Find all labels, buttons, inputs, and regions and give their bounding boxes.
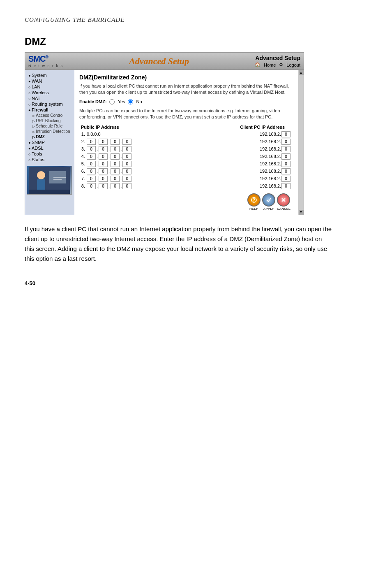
scroll-down[interactable]: ▼ (299, 210, 304, 215)
radio-no[interactable] (128, 99, 133, 104)
sidebar-item-wireless[interactable]: Wireless (27, 90, 73, 95)
apply-icon (265, 197, 272, 203)
client-ip-last-4[interactable] (281, 153, 291, 160)
table-row: 7. . . . 192.168.2. (79, 176, 299, 182)
sidebar-item-firewall[interactable]: Firewall (27, 107, 73, 113)
sidebar-item-wan[interactable]: WAN (27, 78, 73, 84)
public-ip-2-oct2[interactable] (99, 139, 108, 145)
client-ip-last-3[interactable] (281, 146, 291, 152)
client-ip-last-2[interactable] (281, 139, 291, 145)
header-right: Advanced Setup 🏠 Home ⚙ Logout (255, 55, 300, 67)
enable-dmz-label: Enable DMZ: (79, 99, 107, 104)
public-ip-6-oct1[interactable] (87, 168, 96, 174)
public-ip-4-oct1[interactable] (87, 153, 96, 160)
sidebar-illustration (29, 167, 70, 194)
page-footer: 4-50 (25, 280, 367, 286)
sidebar-item-tools[interactable]: Tools (27, 151, 73, 157)
public-ip-2-oct1[interactable] (87, 139, 96, 145)
home-link[interactable]: Home (264, 63, 276, 67)
enable-dmz-row: Enable DMZ: Yes No (79, 99, 299, 104)
help-label: HELP (249, 207, 258, 211)
public-ip-4-oct4[interactable] (122, 153, 131, 160)
sidebar-item-snmp[interactable]: SNMP (27, 139, 73, 145)
settings-icon: ⚙ (279, 62, 283, 67)
dmz-section-title: DMZ(Demilitarized Zone) (79, 74, 299, 81)
table-row: 4. . . . 192.168.2. (79, 153, 299, 160)
header-nav: 🏠 Home ⚙ Logout (255, 62, 300, 67)
public-ip-5-oct1[interactable] (87, 161, 96, 167)
sidebar-item-system[interactable]: System (27, 72, 73, 78)
sidebar-sub-url-blocking[interactable]: URL Blocking (32, 118, 73, 123)
public-ip-8-oct1[interactable] (87, 183, 96, 189)
sidebar-sub-access-control[interactable]: Access Control (32, 113, 73, 118)
header-title: Advanced Setup (255, 55, 300, 61)
sidebar-image (27, 166, 72, 195)
logout-link[interactable]: Logout (286, 63, 300, 67)
ip-table-header: Public IP Address Client PC IP Address (79, 125, 299, 130)
public-ip-7-oct4[interactable] (122, 176, 131, 182)
table-row: 3. . . . 192.168.2. (79, 146, 299, 152)
scroll-up[interactable]: ▲ (299, 70, 304, 75)
svg-text:?: ? (253, 198, 255, 202)
router-body: System WAN LAN Wireless NAT Routing syst… (25, 70, 304, 215)
col-client-header: Client PC IP Address (183, 125, 297, 130)
sidebar-item-lan[interactable]: LAN (27, 84, 73, 90)
home-icon: 🏠 (255, 62, 261, 67)
brand-name: SMC® (28, 54, 48, 64)
client-ip-last-8[interactable] (281, 183, 291, 189)
public-ip-6-oct2[interactable] (99, 168, 108, 174)
page-header: Configuring the Barricade (25, 16, 367, 23)
public-ip-3-oct4[interactable] (122, 146, 131, 152)
networks-label: N e t w o r k s (28, 64, 63, 68)
public-ip-8-oct3[interactable] (111, 183, 120, 189)
radio-yes[interactable] (109, 99, 115, 104)
sidebar-sub-intrusion[interactable]: Intrusion Detection (32, 129, 73, 134)
table-row: 5. . . . 192.168.2. (79, 161, 299, 167)
sidebar-item-nat[interactable]: NAT (27, 95, 73, 101)
router-ui-box: SMC® N e t w o r k s Advanced Setup Adva… (25, 52, 304, 215)
client-ip-last-7[interactable] (281, 176, 291, 182)
table-row: 2. . . . 192.168.2. (79, 139, 299, 145)
public-ip-7-oct3[interactable] (111, 176, 120, 182)
client-ip-last-5[interactable] (281, 161, 291, 167)
public-ip-8-oct4[interactable] (122, 183, 131, 189)
main-content: ▲ ▼ DMZ(Demilitarized Zone) If you have … (74, 70, 304, 215)
sidebar-item-status[interactable]: Status (27, 157, 73, 162)
svg-point-1 (37, 171, 45, 179)
public-ip-5-oct2[interactable] (99, 161, 108, 167)
sidebar-sub-schedule-rule[interactable]: Schedule Rule (32, 123, 73, 129)
radio-no-label: No (136, 99, 142, 104)
public-ip-3-oct3[interactable] (111, 146, 120, 152)
public-ip-7-oct2[interactable] (99, 176, 108, 182)
public-ip-3-oct2[interactable] (99, 146, 108, 152)
public-ip-3-oct1[interactable] (87, 146, 96, 152)
public-ip-2-oct4[interactable] (122, 139, 131, 145)
sidebar-sub-dmz[interactable]: DMZ (32, 134, 73, 139)
public-ip-6-oct4[interactable] (122, 168, 131, 174)
public-ip-4-oct2[interactable] (99, 153, 108, 160)
scrollbar[interactable]: ▲ ▼ (298, 70, 304, 215)
public-ip-5-oct4[interactable] (122, 161, 131, 167)
public-ip-4-oct3[interactable] (111, 153, 120, 160)
firewall-submenu: Access Control URL Blocking Schedule Rul… (27, 113, 73, 139)
cancel-button[interactable]: CANCEL (277, 193, 291, 211)
table-row: 1. 0.0.0.0 192.168.2. (79, 131, 299, 137)
public-ip-6-oct3[interactable] (111, 168, 120, 174)
public-ip-2-oct3[interactable] (111, 139, 120, 145)
public-ip-8-oct2[interactable] (99, 183, 108, 189)
svg-rect-3 (29, 190, 70, 194)
sidebar-item-adsl[interactable]: ADSL (27, 145, 73, 151)
dmz-description2: Multiple PCs can be exposed to the Inter… (79, 108, 299, 121)
table-row: 6. . . . 192.168.2. (79, 168, 299, 174)
public-ip-7-oct1[interactable] (87, 176, 96, 182)
apply-button[interactable]: APPLY (262, 193, 275, 211)
help-button[interactable]: ? HELP (247, 193, 261, 211)
advanced-setup-graphic: Advanced Setup (129, 56, 189, 67)
ip-table: Public IP Address Client PC IP Address 1… (79, 125, 299, 189)
client-ip-last-1[interactable] (281, 131, 291, 137)
public-ip-5-oct3[interactable] (111, 161, 120, 167)
client-ip-row1: 192.168.2. (189, 131, 299, 137)
client-ip-last-6[interactable] (281, 168, 291, 174)
sidebar-item-routing[interactable]: Routing system (27, 101, 73, 107)
smc-logo: SMC® N e t w o r k s (28, 54, 63, 68)
